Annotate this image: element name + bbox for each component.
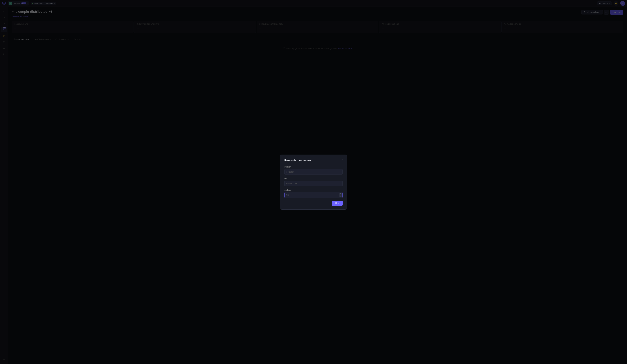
duration-field-group: duration [284, 166, 343, 175]
workers-increment-button[interactable]: ▲ [339, 193, 342, 195]
workers-label: workers [284, 189, 343, 191]
run-with-parameters-modal: Run with parameters ✕ duration vus worke… [280, 155, 347, 210]
modal-close-button[interactable]: ✕ [340, 157, 344, 161]
vus-field-group: vus [284, 178, 343, 186]
workers-decrement-button[interactable]: ▼ [339, 195, 342, 197]
modal-overlay: Run with parameters ✕ duration vus worke… [0, 0, 627, 364]
workers-spinner: ▲ ▼ [339, 193, 342, 197]
vus-label: vus [284, 178, 343, 180]
duration-label: duration [284, 166, 343, 168]
workers-input-wrap: ▲ ▼ [284, 192, 343, 198]
vus-input[interactable] [284, 181, 343, 186]
modal-title: Run with parameters [284, 159, 343, 162]
modal-footer: Run [284, 201, 343, 206]
workers-input[interactable] [284, 192, 343, 198]
workers-field-group: workers ▲ ▼ [284, 189, 343, 198]
run-button[interactable]: Run [332, 201, 343, 206]
duration-input[interactable] [284, 169, 343, 175]
